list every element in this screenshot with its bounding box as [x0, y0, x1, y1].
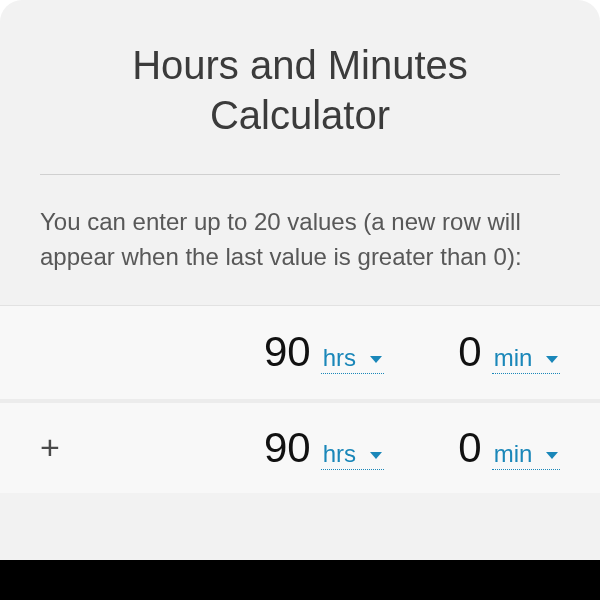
minutes-unit-dropdown[interactable]: min: [492, 440, 560, 470]
page-title: Hours and Minutes Calculator: [40, 40, 560, 175]
operator-label: +: [40, 428, 84, 467]
minutes-unit-label: min: [494, 440, 539, 468]
minutes-input[interactable]: 0: [420, 328, 492, 376]
bottom-black-bar: [0, 560, 600, 600]
calculator-card: Hours and Minutes Calculator You can ent…: [0, 0, 600, 600]
chevron-down-icon: [370, 356, 382, 363]
minutes-unit-label: min: [494, 344, 539, 372]
chevron-down-icon: [370, 452, 382, 459]
hours-unit-dropdown[interactable]: hrs: [321, 344, 384, 374]
value-row: + 90 hrs 0 min: [0, 399, 600, 493]
minutes-unit-dropdown[interactable]: min: [492, 344, 560, 374]
hours-unit-label: hrs: [323, 344, 363, 372]
hours-unit-label: hrs: [323, 440, 363, 468]
hours-unit-dropdown[interactable]: hrs: [321, 440, 384, 470]
value-row: 90 hrs 0 min: [0, 305, 600, 399]
title-container: Hours and Minutes Calculator: [0, 0, 600, 175]
chevron-down-icon: [546, 356, 558, 363]
chevron-down-icon: [546, 452, 558, 459]
hours-input[interactable]: 90: [249, 328, 321, 376]
intro-text: You can enter up to 20 values (a new row…: [0, 175, 600, 305]
minutes-input[interactable]: 0: [420, 424, 492, 472]
hours-input[interactable]: 90: [249, 424, 321, 472]
